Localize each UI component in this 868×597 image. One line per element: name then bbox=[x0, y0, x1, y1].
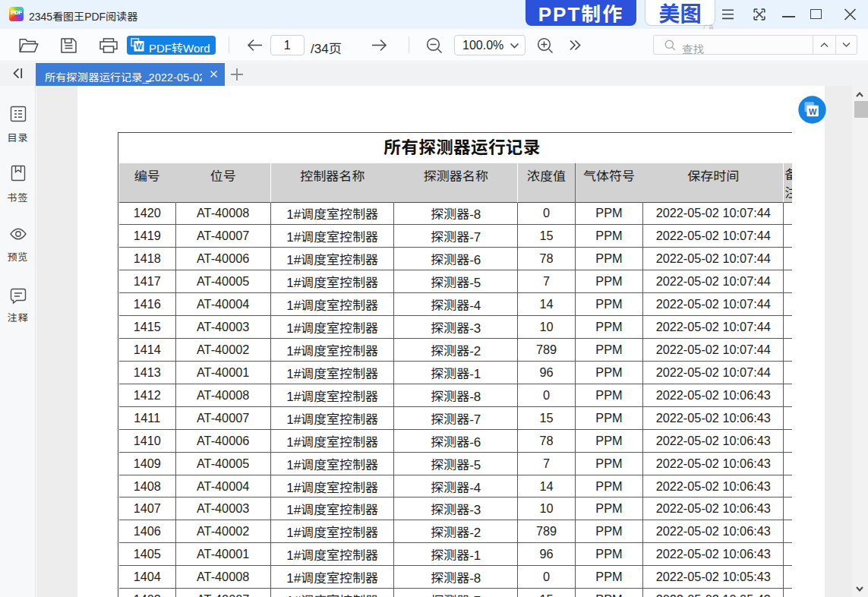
svg-text:W: W bbox=[809, 107, 817, 116]
svg-text:W: W bbox=[135, 42, 143, 51]
